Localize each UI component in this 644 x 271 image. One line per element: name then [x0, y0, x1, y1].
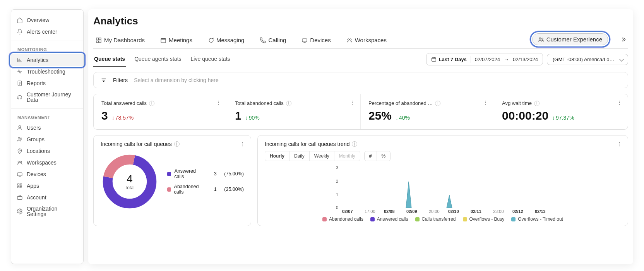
info-icon[interactable]: i: [174, 141, 180, 147]
subtab-queue-stats[interactable]: Queue stats: [93, 52, 126, 67]
tab-devices[interactable]: Devices: [299, 34, 333, 48]
mode-segmented: # %: [364, 151, 391, 161]
filters-bar[interactable]: Filters Select a dimension by clicking h…: [93, 72, 628, 88]
panel-incoming-donut: Incoming calls for call queuesi ⋮ 4Total…: [93, 135, 251, 226]
tab-workspaces[interactable]: Workspaces: [344, 34, 389, 48]
timezone-picker[interactable]: (GMT -08:00) America/Los …: [547, 54, 628, 65]
kpi-delta: ↓ 90%: [245, 115, 260, 121]
tab-my-dashboards[interactable]: My Dashboards: [93, 34, 147, 48]
page-title: Analytics: [93, 15, 628, 27]
kpi-value: 3: [101, 109, 108, 122]
sidebar-item-analytics[interactable]: Analytics: [11, 54, 83, 66]
sidebar-item-overview[interactable]: Overview: [11, 14, 83, 26]
tab-messaging[interactable]: Messaging: [206, 34, 247, 48]
subtab-queue-agents-stats[interactable]: Queue agents stats: [134, 52, 182, 67]
svg-rect-9: [20, 184, 22, 185]
kpi-title: Total abandoned calls: [235, 100, 284, 106]
swatch: [370, 217, 375, 221]
sidebar-item-customer-journey[interactable]: Customer Journey Data: [11, 89, 83, 105]
svg-point-2: [18, 137, 20, 139]
kpi-title: Percentage of abandoned …: [368, 100, 433, 106]
calendar-icon: [431, 57, 437, 62]
sidebar-item-users[interactable]: Users: [11, 122, 83, 134]
svg-text:23:00: 23:00: [493, 209, 504, 214]
filters-placeholder: Select a dimension by clicking here: [134, 77, 219, 83]
trend-legend: Abandoned calls Answered calls Calls tra…: [265, 216, 621, 222]
sidebar-item-apps[interactable]: Apps: [11, 180, 83, 192]
kpi-value: 25%: [368, 109, 392, 122]
sidebar-item-label: Devices: [27, 172, 46, 177]
kpi-pct-abandoned: Percentage of abandoned …i ⋮ 25%↓ 40%: [361, 94, 494, 129]
date-preset: Last 7 Days: [439, 57, 467, 62]
kpi-row: Total answered callsi ⋮ 3↓ 78.57% Total …: [93, 94, 628, 130]
mode-pct[interactable]: %: [377, 151, 391, 161]
device-icon: [17, 171, 23, 177]
info-icon[interactable]: i: [435, 101, 440, 106]
sidebar-section-monitoring: MONITORING: [11, 46, 83, 54]
sidebar-item-troubleshooting[interactable]: Troubleshooting: [11, 66, 83, 77]
date-range-picker[interactable]: Last 7 Days 02/07/2024 → 02/13/2024: [426, 53, 543, 65]
kpi-menu[interactable]: ⋮: [349, 99, 355, 106]
svg-rect-24: [432, 58, 436, 61]
svg-rect-16: [99, 40, 101, 43]
sidebar-item-locations[interactable]: Locations: [11, 145, 83, 157]
subtab-live-queue-stats[interactable]: Live queue stats: [190, 52, 231, 67]
sidebar: Overview Alerts center MONITORING Analyt…: [11, 9, 84, 264]
interval-weekly[interactable]: Weekly: [310, 151, 334, 161]
svg-rect-19: [302, 39, 307, 42]
sidebar-item-label: Reports: [27, 81, 46, 86]
kpi-menu[interactable]: ⋮: [216, 99, 221, 106]
tab-customer-experience[interactable]: Customer Experience: [532, 33, 608, 45]
info-icon[interactable]: i: [534, 101, 540, 106]
interval-daily[interactable]: Daily: [289, 151, 310, 161]
info-icon[interactable]: i: [286, 101, 291, 106]
tab-label: Devices: [310, 37, 331, 43]
sidebar-item-groups[interactable]: Groups: [11, 134, 83, 145]
swatch: [511, 217, 516, 221]
sidebar-item-label: Apps: [27, 183, 39, 189]
mode-count[interactable]: #: [365, 151, 377, 161]
sidebar-item-label: Alerts center: [27, 29, 57, 34]
panel-title: Incoming calls for call queues: [101, 141, 172, 147]
timezone-value: (GMT -08:00) America/Los …: [553, 57, 616, 62]
donut-total: 4: [127, 173, 133, 185]
legend-item: Answered calls 3 (75.00%): [167, 168, 244, 179]
svg-text:2: 2: [336, 179, 338, 184]
panel-menu[interactable]: ⋮: [240, 141, 245, 147]
kpi-total-abandoned: Total abandoned callsi ⋮ 1↓ 90%: [227, 94, 361, 129]
tab-label: Customer Experience: [546, 36, 602, 43]
sidebar-item-workspaces[interactable]: Workspaces: [11, 157, 83, 168]
sidebar-item-label: Users: [27, 125, 41, 130]
svg-text:20:00: 20:00: [429, 209, 440, 214]
panel-menu[interactable]: ⋮: [617, 141, 622, 147]
interval-hourly[interactable]: Hourly: [265, 151, 289, 161]
sidebar-item-label: Workspaces: [27, 160, 57, 165]
sidebar-item-devices[interactable]: Devices: [11, 168, 83, 180]
user-icon: [17, 125, 23, 131]
sidebar-item-account[interactable]: Account: [11, 192, 83, 203]
kpi-delta: ↓ 40%: [396, 115, 410, 121]
tab-meetings[interactable]: Meetings: [158, 34, 195, 48]
tab-label: My Dashboards: [104, 37, 145, 43]
sidebar-item-reports[interactable]: Reports: [11, 77, 83, 89]
sidebar-item-alerts[interactable]: Alerts center: [11, 26, 83, 38]
tabs-overflow[interactable]: [619, 35, 628, 44]
date-to: 02/13/2024: [513, 57, 538, 62]
info-icon[interactable]: i: [149, 101, 154, 106]
filter-icon: [101, 77, 107, 83]
svg-text:02/11: 02/11: [471, 209, 481, 214]
kpi-menu[interactable]: ⋮: [617, 99, 622, 106]
swatch: [415, 217, 420, 221]
info-icon[interactable]: i: [352, 141, 357, 147]
kpi-menu[interactable]: ⋮: [483, 99, 488, 106]
pulse-icon: [17, 69, 23, 75]
svg-rect-14: [96, 38, 98, 40]
sub-row: Queue stats Queue agents stats Live queu…: [93, 49, 628, 67]
kpi-delta: ↓ 78.57%: [112, 115, 134, 121]
kpi-title: Avg wait time: [502, 100, 532, 106]
sidebar-item-organization-settings[interactable]: Organization Settings: [11, 203, 83, 220]
calendar-icon: [160, 37, 166, 43]
svg-rect-15: [99, 38, 101, 39]
tab-calling[interactable]: Calling: [257, 34, 288, 48]
svg-rect-8: [18, 184, 19, 185]
